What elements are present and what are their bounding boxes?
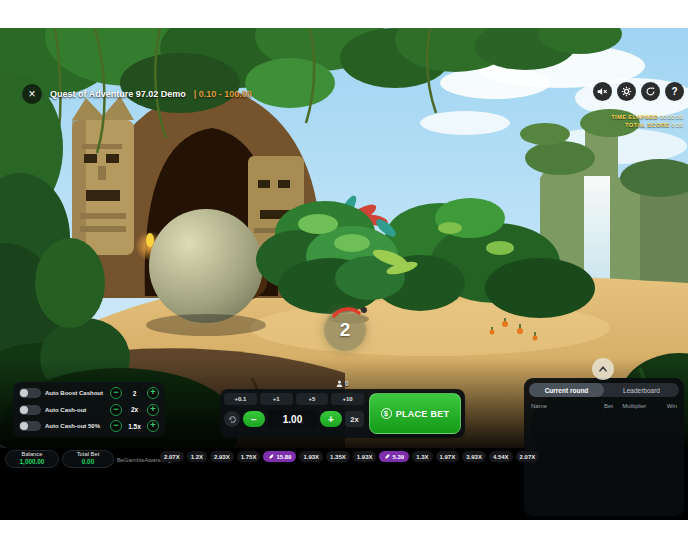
coin-icon: $ — [381, 408, 392, 419]
time-elapsed-value: 00:00:00 — [660, 114, 683, 120]
auto-cashout50-minus-button[interactable]: − — [110, 420, 122, 432]
place-bet-button[interactable]: $ PLACE BET — [369, 393, 461, 434]
auto-cashout50-value: 1.5x — [126, 423, 143, 430]
quick-bet-1-button[interactable]: +1 — [260, 393, 293, 405]
bet-controls: +0.1 +1 +5 +10 − 1.00 + 2x — [224, 393, 364, 434]
bet-panel: +0.1 +1 +5 +10 − 1.00 + 2x — [220, 389, 465, 438]
person-icon — [336, 380, 343, 387]
auto-boost-toggle[interactable] — [19, 388, 41, 398]
bet-amount-row: − 1.00 + 2x — [224, 410, 364, 428]
tab-current-round[interactable]: Current round — [529, 383, 604, 397]
top-icon-bar: ? — [593, 82, 684, 101]
column-multiplier: Multiplier — [613, 403, 656, 409]
auto-boost-label: Auto Boost Cashout — [45, 390, 106, 396]
auto-cashout50-row: Auto Cash-out 50% − 1.5x + — [19, 419, 159, 433]
history-chip[interactable]: 4.54X — [489, 451, 513, 462]
game-window: × Quest of Adventure 97.02 Demo | 0.10 -… — [0, 28, 688, 520]
history-chip[interactable]: 1.97X — [436, 451, 460, 462]
auto-boost-plus-button[interactable]: + — [147, 387, 159, 399]
total-bet-pill: Total Bet 0.00 — [62, 450, 114, 468]
quick-bet-0.1-button[interactable]: +0.1 — [224, 393, 257, 405]
title-bar: × Quest of Adventure 97.02 Demo | 0.10 -… — [22, 84, 252, 104]
sound-muted-button[interactable] — [593, 82, 612, 101]
step-counter-badge: 2 — [324, 309, 366, 351]
chevron-up-icon — [597, 363, 609, 375]
history-chip[interactable]: 2.93X — [210, 451, 234, 462]
tab-leaderboard[interactable]: Leaderboard — [604, 383, 679, 397]
history-icon — [645, 86, 656, 97]
history-chip[interactable]: 2.07X — [516, 451, 540, 462]
balance-value: 1,000.00 — [20, 459, 45, 465]
auto-cashout50-label: Auto Cash-out 50% — [45, 423, 106, 429]
progress-arc-icon — [324, 304, 366, 322]
quick-bet-10-button[interactable]: +10 — [331, 393, 364, 405]
close-icon: × — [28, 87, 35, 101]
quick-bet-5-button[interactable]: +5 — [296, 393, 329, 405]
column-bet: Bet — [592, 403, 613, 409]
round-panel-tabs: Current round Leaderboard — [529, 383, 679, 397]
column-win: Win — [656, 403, 677, 409]
history-button[interactable] — [641, 82, 660, 101]
auto-cashout-value: 2x — [126, 406, 143, 413]
history-chip[interactable]: 1.35X — [326, 451, 350, 462]
gear-icon — [621, 86, 632, 97]
auto-cashout-row: Auto Cash-out − 2x + — [19, 403, 159, 417]
history-chip[interactable]: 1.3X — [412, 451, 432, 462]
auto-boost-row: Auto Boost Cashout − 2 + — [19, 386, 159, 400]
column-name: Name — [531, 403, 592, 409]
round-table-header: Name Bet Multiplier Win — [524, 400, 684, 412]
history-chip[interactable]: 1.75X — [237, 451, 261, 462]
double-bet-button[interactable]: 2x — [345, 411, 364, 427]
bet-amount-field[interactable]: 1.00 — [268, 410, 317, 428]
history-chip-value: 5.39 — [392, 454, 404, 460]
collapse-panel-button[interactable] — [592, 358, 614, 380]
total-score-value: 0.00 — [671, 122, 683, 128]
bet-plus-button[interactable]: + — [320, 411, 342, 427]
auto-cashout50-toggle[interactable] — [19, 421, 41, 431]
auto-cashout-plus-button[interactable]: + — [147, 404, 159, 416]
time-elapsed-label: TIME ELAPSED — [611, 114, 658, 120]
auto-cashout-label: Auto Cash-out — [45, 407, 106, 413]
total-bet-value: 0.00 — [82, 459, 94, 465]
rocket-icon — [268, 454, 274, 460]
auto-cashout-panel: Auto Boost Cashout − 2 + Auto Cash-out −… — [13, 382, 165, 437]
speaker-muted-icon — [597, 86, 608, 97]
repeat-bet-button[interactable] — [224, 411, 240, 427]
round-panel: Current round Leaderboard Name Bet Multi… — [524, 378, 684, 516]
step-count: 2 — [340, 319, 351, 341]
bet-range: | 0.10 - 100.00 — [194, 89, 252, 99]
history-chip-boosted[interactable]: 15.89 — [263, 451, 296, 462]
history-chip[interactable]: 1.2X — [187, 451, 207, 462]
auto-boost-minus-button[interactable]: − — [110, 387, 122, 399]
history-chip[interactable]: 2.07X — [160, 451, 184, 462]
history-chip[interactable]: 1.93X — [299, 451, 323, 462]
players-online: 0 — [336, 380, 349, 387]
place-bet-label: PLACE BET — [396, 409, 450, 419]
rocket-icon — [384, 454, 390, 460]
close-button[interactable]: × — [22, 84, 42, 104]
game-title: Quest of Adventure 97.02 Demo — [50, 89, 186, 99]
page: × Quest of Adventure 97.02 Demo | 0.10 -… — [0, 0, 688, 548]
repeat-icon — [228, 415, 237, 424]
bet-minus-button[interactable]: − — [243, 411, 265, 427]
question-icon: ? — [671, 86, 677, 97]
hud-stats: TIME ELAPSED 00:00:00 TOTAL SCORE 0.00 — [611, 113, 683, 129]
multiplier-history: 2.07X 1.2X 2.93X 1.75X 15.89 1.93X 1.35X… — [160, 451, 539, 462]
balance-pill: Balance 1,000.00 — [5, 450, 59, 468]
history-chip-value: 15.89 — [276, 454, 291, 460]
history-chip[interactable]: 1.93X — [353, 451, 377, 462]
settings-button[interactable] — [617, 82, 636, 101]
history-chip[interactable]: 3.93X — [462, 451, 486, 462]
auto-cashout-minus-button[interactable]: − — [110, 404, 122, 416]
auto-boost-value: 2 — [126, 390, 143, 397]
history-chip-boosted[interactable]: 5.39 — [379, 451, 409, 462]
help-button[interactable]: ? — [665, 82, 684, 101]
quick-bet-row: +0.1 +1 +5 +10 — [224, 393, 364, 405]
total-score-label: TOTAL SCORE — [625, 122, 670, 128]
auto-cashout-toggle[interactable] — [19, 405, 41, 415]
auto-cashout50-plus-button[interactable]: + — [147, 420, 159, 432]
players-count: 0 — [345, 380, 349, 387]
